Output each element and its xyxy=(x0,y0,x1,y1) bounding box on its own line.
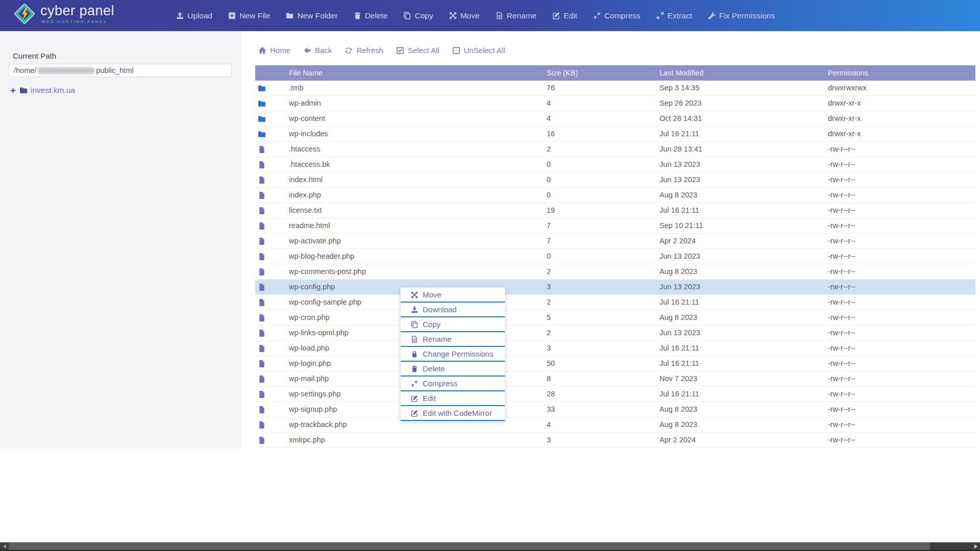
file-toolbar: HomeBackRefreshSelect AllUnSelect All xyxy=(258,46,505,55)
file-row-wp-settings-php[interactable]: wp-settings.php28Jul 16 21:11-rw-r--r-- xyxy=(255,387,975,402)
path-redacted-segment xyxy=(37,67,95,74)
check-square-icon xyxy=(396,46,404,55)
path-prefix: /home/ xyxy=(14,66,36,74)
plus-icon[interactable] xyxy=(10,87,16,94)
nav-item-label: Extract xyxy=(668,11,692,20)
nav-item-label: Delete xyxy=(365,11,388,20)
file-row-wp-comments-post-php[interactable]: wp-comments-post.php2Aug 8 2023-rw-r--r-… xyxy=(255,264,975,280)
file-row-index-html[interactable]: index.html0Jun 13 2023-rw-r--r-- xyxy=(255,172,975,188)
file-row-wp-mail-php[interactable]: wp-mail.php8Nov 7 2023-rw-r--r-- xyxy=(255,371,975,387)
file-name: wp-links-opml.php xyxy=(289,325,349,340)
file-row-xmlrpc-php[interactable]: xmlrpc.php3Apr 2 2024-rw-r--r-- xyxy=(255,433,975,448)
file-row-index-php[interactable]: index.php0Aug 8 2023-rw-r--r-- xyxy=(255,188,975,203)
file-row-tmb[interactable]: .tmb76Sep 3 14:35drwxrwxrwx xyxy=(255,81,975,96)
file-row-wp-login-php[interactable]: wp-login.php50Jul 16 21:11-rw-r--r-- xyxy=(255,356,975,371)
file-permissions: -rw-r--r-- xyxy=(828,142,855,157)
trash-icon xyxy=(411,365,418,372)
file-size: 0 xyxy=(547,172,551,187)
context-menu-edit-with-codemirror[interactable]: Edit with CodeMirror xyxy=(401,406,505,421)
toolbar-back-button[interactable]: Back xyxy=(303,46,332,55)
file-name: wp-mail.php xyxy=(289,371,329,386)
file-row-wp-activate-php[interactable]: wp-activate.php7Apr 2 2024-rw-r--r-- xyxy=(255,234,975,249)
file-modified: Jun 13 2023 xyxy=(659,280,700,294)
toolbar-select-all-button[interactable]: Select All xyxy=(396,46,439,55)
scroll-left-button[interactable] xyxy=(0,542,9,550)
file-row-wp-links-opml-php[interactable]: wp-links-opml.php2Jun 13 2023-rw-r--r-- xyxy=(255,325,975,341)
file-row-htaccess[interactable]: .htaccess2Jun 28 13:41-rw-r--r-- xyxy=(255,142,975,157)
context-menu-item-label: Rename xyxy=(423,335,452,343)
toolbar-home-button[interactable]: Home xyxy=(258,46,290,55)
file-modified: Sep 3 14:35 xyxy=(659,81,699,95)
file-modified: Aug 8 2023 xyxy=(659,188,697,203)
navbar-menu: UploadNew FileNew FolderDeleteCopyMoveRe… xyxy=(176,0,775,31)
file-row-wp-content[interactable]: wp-content4Oct 28 14:31drwxr-xr-x xyxy=(255,111,975,127)
file-modified: Jun 13 2023 xyxy=(659,157,700,172)
file-permissions: -rw-r--r-- xyxy=(828,218,855,233)
file-row-wp-admin[interactable]: wp-admin4Sep 26 2023drwxr-xr-x xyxy=(255,96,975,111)
file-name: wp-load.php xyxy=(289,341,329,356)
nav-item-copy[interactable]: Copy xyxy=(403,11,433,20)
folder-icon xyxy=(258,99,266,108)
sidebar-tree-item-invest-km-ua[interactable]: invest.km.ua xyxy=(10,86,75,95)
nav-item-edit[interactable]: Edit xyxy=(552,11,577,20)
file-row-wp-load-php[interactable]: wp-load.php3Jul 16 21:11-rw-r--r-- xyxy=(255,341,975,356)
back-arrow-icon xyxy=(303,46,311,55)
context-menu-item-label: Delete xyxy=(423,364,445,373)
context-menu-edit[interactable]: Edit xyxy=(401,391,505,406)
scrollbar-thumb[interactable] xyxy=(9,542,930,550)
context-menu-compress[interactable]: Compress xyxy=(401,377,505,391)
nav-item-delete[interactable]: Delete xyxy=(354,11,388,20)
nav-item-label: Copy xyxy=(414,11,433,20)
toolbar-refresh-button[interactable]: Refresh xyxy=(345,46,383,55)
context-menu-delete[interactable]: Delete xyxy=(401,362,505,377)
toolbar-unselect-all-button[interactable]: UnSelect All xyxy=(452,46,505,55)
nav-item-compress[interactable]: Compress xyxy=(593,11,641,20)
file-name: wp-blog-header.php xyxy=(289,249,354,264)
file-row-wp-includes[interactable]: wp-includes16Jul 16 21:11drwxr-xr-x xyxy=(255,127,975,142)
file-permissions: drwxrwxrwx xyxy=(828,81,867,95)
file-row-wp-trackback-php[interactable]: wp-trackback.php4Aug 8 2023-rw-r--r-- xyxy=(255,417,975,433)
nav-item-label: New File xyxy=(239,11,270,20)
context-menu-download[interactable]: Download xyxy=(401,303,505,317)
file-size: 3 xyxy=(547,341,551,356)
current-path-input[interactable]: /home/public_html xyxy=(9,64,232,77)
file-name: wp-config-sample.php xyxy=(289,295,361,310)
file-table-header: File Name Size (KB) Last Modified Permis… xyxy=(255,65,975,81)
context-menu-copy[interactable]: Copy xyxy=(401,317,505,332)
file-row-htaccess-bk[interactable]: .htaccess.bk0Jun 13 2023-rw-r--r-- xyxy=(255,157,975,172)
column-header-last-modified: Last Modified xyxy=(659,65,703,81)
context-menu-change-permissions[interactable]: Change Permissions xyxy=(401,347,505,362)
file-size: 19 xyxy=(547,203,555,218)
nav-item-move[interactable]: Move xyxy=(449,11,480,20)
scroll-right-button[interactable] xyxy=(971,542,980,550)
nav-item-new-file[interactable]: New File xyxy=(228,11,270,20)
file-name: readme.html xyxy=(289,218,330,233)
file-size: 0 xyxy=(547,157,551,172)
nav-item-extract[interactable]: Extract xyxy=(656,11,692,20)
nav-item-fix-permissions[interactable]: Fix Permissions xyxy=(708,11,775,20)
file-row-wp-config-sample-php[interactable]: wp-config-sample.php2Jul 16 21:11-rw-r--… xyxy=(255,295,975,310)
file-modified: Jul 16 21:11 xyxy=(659,387,699,402)
file-row-wp-blog-header-php[interactable]: wp-blog-header.php0Jun 13 2023-rw-r--r-- xyxy=(255,249,975,264)
cyberpanel-logo[interactable]: cyber panel WEB HOSTING PANEL xyxy=(14,4,114,24)
nav-item-upload[interactable]: Upload xyxy=(176,11,212,20)
file-row-wp-config-php[interactable]: wp-config.php3Jun 13 2023-rw-r--r-- xyxy=(255,280,975,295)
upload-icon xyxy=(176,12,184,19)
file-name: wp-signup.php xyxy=(289,402,337,417)
context-menu-move[interactable]: Move xyxy=(401,288,505,303)
file-name: wp-trackback.php xyxy=(289,417,347,432)
file-permissions: -rw-r--r-- xyxy=(828,188,855,203)
nav-item-rename[interactable]: Rename xyxy=(496,11,537,20)
file-icon xyxy=(258,207,266,215)
file-row-wp-signup-php[interactable]: wp-signup.php33Aug 8 2023-rw-r--r-- xyxy=(255,402,975,417)
nav-item-new-folder[interactable]: New Folder xyxy=(286,11,337,20)
context-menu-item-label: Compress xyxy=(423,379,457,388)
file-name: wp-login.php xyxy=(289,356,331,371)
file-row-license-txt[interactable]: license.txt19Jul 16 21:11-rw-r--r-- xyxy=(255,203,975,218)
horizontal-scrollbar[interactable] xyxy=(0,542,980,551)
file-row-wp-cron-php[interactable]: wp-cron.php5Aug 8 2023-rw-r--r-- xyxy=(255,310,975,325)
context-menu: MoveDownloadCopyRenameChange Permissions… xyxy=(400,287,505,421)
file-icon xyxy=(258,176,266,184)
context-menu-rename[interactable]: Rename xyxy=(401,332,505,347)
file-row-readme-html[interactable]: readme.html7Sep 10 21:11-rw-r--r-- xyxy=(255,218,975,234)
